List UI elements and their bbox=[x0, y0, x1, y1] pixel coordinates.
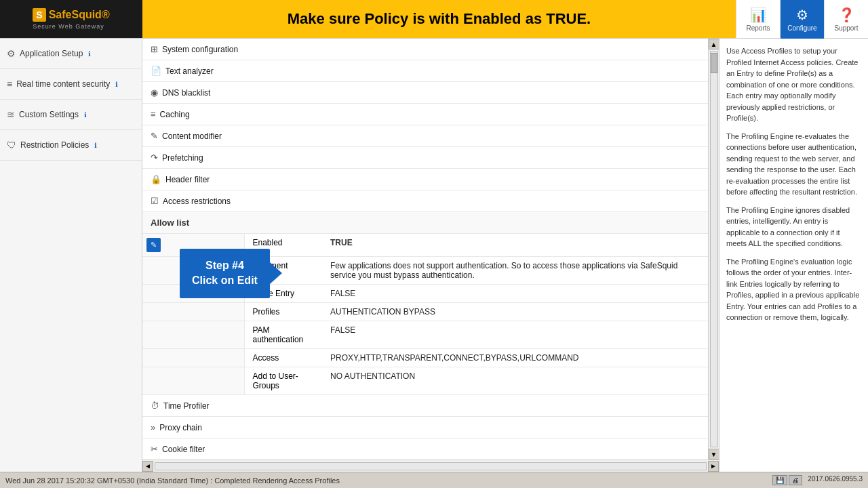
logo-brand: S SafeSquid® bbox=[33, 8, 109, 22]
menu-label-time-profiler: Time Profiler bbox=[163, 401, 210, 411]
scroll-down-button[interactable]: ▼ bbox=[709, 449, 719, 460]
table-row-profiles: Profiles AUTHENTICATION BYPASS bbox=[142, 303, 708, 321]
menu-label-cookie-filter: Cookie filter bbox=[162, 445, 205, 454]
hscroll-track[interactable] bbox=[155, 462, 707, 470]
step-line2: Click on Edit bbox=[192, 273, 258, 288]
menu-label-dns-blacklist: DNS blacklist bbox=[162, 88, 210, 98]
menu-content-modifier[interactable]: ✎ Content modifier bbox=[142, 125, 708, 147]
statusbar-text: Wed Jun 28 2017 15:20:32 GMT+0530 (India… bbox=[5, 476, 340, 485]
nav-support[interactable]: ❓ Support bbox=[824, 0, 868, 39]
proxy-chain-icon: » bbox=[151, 422, 155, 432]
statusbar-right: 💾 🖨 2017.0626.0955.3 bbox=[772, 475, 863, 485]
real-time-help[interactable]: ℹ bbox=[115, 81, 118, 88]
nav-configure[interactable]: ⚙ Configure bbox=[780, 0, 824, 39]
scroll-thumb[interactable] bbox=[711, 53, 717, 73]
menu-label-prefetching: Prefetching bbox=[162, 153, 203, 163]
empty-cell4 bbox=[142, 321, 244, 349]
print-status-button[interactable]: 🖨 bbox=[789, 475, 802, 485]
value-profiles: AUTHENTICATION BYPASS bbox=[322, 303, 708, 321]
right-panel-para4: The Profiling Engine's evaluation logic … bbox=[726, 256, 861, 323]
version-text: 2017.0626.0955.3 bbox=[808, 475, 863, 485]
menu-label-content-modifier: Content modifier bbox=[162, 131, 222, 141]
topbar: S SafeSquid® Secure Web Gateway Make sur… bbox=[0, 0, 868, 39]
time-profiler-icon: ⏱ bbox=[151, 401, 159, 411]
access-restrictions-icon: ☑ bbox=[151, 196, 159, 206]
table-row-access: Access PROXY,HTTP,TRANSPARENT,CONNECT,BY… bbox=[142, 349, 708, 367]
right-panel-para3: The Profiling Engine ignores disabled en… bbox=[726, 205, 861, 249]
menu-time-profiler[interactable]: ⏱ Time Profiler bbox=[142, 395, 708, 417]
support-icon: ❓ bbox=[838, 7, 855, 23]
sidebar-item-custom-settings[interactable]: ≋ Custom Settings ℹ bbox=[0, 100, 142, 130]
value-comment: Few applications does not support authen… bbox=[322, 257, 708, 285]
banner: Make sure Policy is with Enabled as TRUE… bbox=[142, 0, 736, 38]
menu-cookie-filter[interactable]: ✂ Cookie filter bbox=[142, 439, 708, 460]
sidebar-item-real-time[interactable]: ≡ Real time content security ℹ bbox=[0, 69, 142, 100]
banner-text: Make sure Policy is with Enabled as TRUE… bbox=[288, 10, 591, 28]
nav-reports-label: Reports bbox=[746, 24, 770, 32]
restriction-policies-help[interactable]: ℹ bbox=[94, 142, 97, 149]
table-row-user-groups: Add to User-Groups NO AUTHENTICATION bbox=[142, 367, 708, 395]
right-panel-para1: Use Access Profiles to setup your Profil… bbox=[726, 45, 861, 124]
menu-label-system-config: System configuration bbox=[162, 45, 238, 54]
system-config-icon: ⊞ bbox=[151, 44, 158, 54]
hscroll-right-button[interactable]: ► bbox=[708, 461, 719, 472]
nav-reports[interactable]: 📊 Reports bbox=[736, 0, 780, 39]
menu-prefetching[interactable]: ↷ Prefetching bbox=[142, 147, 708, 169]
caching-icon: ≡ bbox=[151, 109, 156, 119]
menu-dns-blacklist[interactable]: ◉ DNS blacklist bbox=[142, 82, 708, 104]
menu-caching[interactable]: ≡ Caching bbox=[142, 104, 708, 125]
logo-area: S SafeSquid® Secure Web Gateway bbox=[0, 0, 142, 38]
vertical-scrollbar[interactable]: ▲ ▼ bbox=[708, 39, 719, 460]
nav-configure-label: Configure bbox=[787, 24, 816, 32]
sidebar-label-application-setup: Application Setup bbox=[20, 49, 83, 58]
menu-label-text-analyzer: Text analyzer bbox=[165, 66, 214, 76]
menu-text-analyzer[interactable]: 📄 Text analyzer bbox=[142, 60, 708, 82]
value-enabled: TRUE bbox=[322, 234, 708, 257]
menu-access-restrictions[interactable]: ☑ Access restrictions bbox=[142, 190, 708, 212]
reports-icon: 📊 bbox=[750, 7, 767, 23]
configure-icon: ⚙ bbox=[796, 7, 808, 23]
header-filter-icon: 🔒 bbox=[151, 174, 161, 184]
sidebar-item-restriction-policies[interactable]: 🛡 Restriction Policies ℹ bbox=[0, 130, 142, 161]
edit-button[interactable]: ✎ bbox=[146, 238, 161, 252]
empty-cell5 bbox=[142, 349, 244, 367]
field-pam: PAM authentication bbox=[244, 321, 322, 349]
value-trace: FALSE bbox=[322, 285, 708, 303]
value-user-groups: NO AUTHENTICATION bbox=[322, 367, 708, 395]
scroll-track[interactable] bbox=[710, 51, 718, 447]
restriction-icon: 🛡 bbox=[7, 140, 16, 150]
field-access: Access bbox=[244, 349, 322, 367]
sidebar-item-application-setup[interactable]: ⚙ Application Setup ℹ bbox=[0, 39, 142, 69]
value-pam: FALSE bbox=[322, 321, 708, 349]
nav-icons: 📊 Reports ⚙ Configure ❓ Support bbox=[736, 0, 868, 38]
logo-sub: Secure Web Gateway bbox=[33, 23, 109, 30]
custom-settings-icon: ≋ bbox=[7, 109, 15, 120]
application-setup-help[interactable]: ℹ bbox=[88, 50, 91, 58]
field-user-groups: Add to User-Groups bbox=[244, 367, 322, 395]
horizontal-scrollbar[interactable]: ◄ ► bbox=[142, 460, 719, 472]
table-row-pam: PAM authentication FALSE bbox=[142, 321, 708, 349]
menu-label-proxy-chain: Proxy chain bbox=[159, 423, 202, 432]
custom-settings-help[interactable]: ℹ bbox=[84, 111, 87, 119]
allow-list-title: Allow list bbox=[142, 212, 708, 234]
sidebar-label-custom-settings: Custom Settings bbox=[19, 110, 79, 119]
value-access: PROXY,HTTP,TRANSPARENT,CONNECT,BYPASS,UR… bbox=[322, 349, 708, 367]
step-line1: Step #4 bbox=[192, 258, 258, 273]
statusbar: Wed Jun 28 2017 15:20:32 GMT+0530 (India… bbox=[0, 472, 868, 488]
real-time-icon: ≡ bbox=[7, 79, 12, 89]
field-profiles: Profiles bbox=[244, 303, 322, 321]
content-modifier-icon: ✎ bbox=[151, 131, 158, 141]
right-panel: Use Access Profiles to setup your Profil… bbox=[719, 39, 868, 472]
menu-header-filter[interactable]: 🔒 Header filter bbox=[142, 169, 708, 190]
save-status-button[interactable]: 💾 bbox=[772, 475, 787, 485]
menu-proxy-chain[interactable]: » Proxy chain bbox=[142, 417, 708, 439]
center-panel: Step #4 Click on Edit ⊞ System configura… bbox=[142, 39, 719, 472]
menu-label-header-filter: Header filter bbox=[165, 175, 210, 184]
sidebar-label-restriction-policies: Restriction Policies bbox=[20, 140, 89, 150]
scroll-up-button[interactable]: ▲ bbox=[709, 39, 719, 49]
nav-support-label: Support bbox=[834, 24, 858, 32]
empty-cell3 bbox=[142, 303, 244, 321]
menu-system-config[interactable]: ⊞ System configuration bbox=[142, 39, 708, 60]
hscroll-left-button[interactable]: ◄ bbox=[142, 461, 153, 472]
sidebar-label-real-time: Real time content security bbox=[16, 79, 110, 89]
